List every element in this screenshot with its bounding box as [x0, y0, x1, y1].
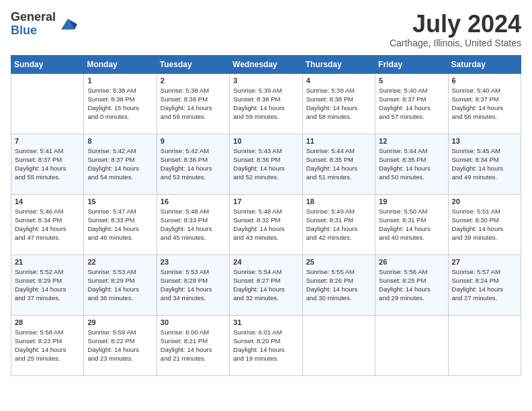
day-number: 18 [306, 197, 371, 205]
column-header-friday: Friday [375, 55, 448, 73]
day-info: Sunrise: 5:58 AM Sunset: 8:23 PM Dayligh… [15, 328, 80, 363]
logo-icon [58, 15, 77, 34]
day-info: Sunrise: 5:39 AM Sunset: 8:38 PM Dayligh… [306, 86, 371, 122]
week-row-3: 14Sunrise: 5:46 AM Sunset: 8:34 PM Dayli… [11, 194, 521, 255]
page-header: General Blue July 2024 Carthage, Illinoi… [11, 11, 521, 48]
week-row-2: 7Sunrise: 5:41 AM Sunset: 8:37 PM Daylig… [11, 134, 521, 194]
calendar-cell: 26Sunrise: 5:56 AM Sunset: 8:25 PM Dayli… [375, 255, 448, 315]
calendar-cell: 6Sunrise: 5:40 AM Sunset: 8:37 PM Daylig… [448, 73, 521, 134]
day-info: Sunrise: 5:40 AM Sunset: 8:37 PM Dayligh… [452, 86, 517, 122]
day-number: 16 [161, 197, 226, 205]
day-number: 29 [87, 318, 152, 326]
day-number: 5 [379, 77, 444, 85]
day-number: 31 [233, 318, 298, 326]
week-row-1: 1Sunrise: 5:38 AM Sunset: 8:38 PM Daylig… [11, 73, 521, 134]
day-number: 15 [87, 197, 152, 205]
day-number: 27 [452, 258, 517, 266]
day-info: Sunrise: 5:43 AM Sunset: 8:36 PM Dayligh… [233, 146, 298, 182]
calendar-cell: 4Sunrise: 5:39 AM Sunset: 8:38 PM Daylig… [302, 73, 375, 134]
calendar-cell: 9Sunrise: 5:42 AM Sunset: 8:36 PM Daylig… [157, 134, 229, 194]
calendar-cell: 20Sunrise: 5:51 AM Sunset: 8:30 PM Dayli… [448, 194, 521, 255]
calendar-cell: 31Sunrise: 6:01 AM Sunset: 8:20 PM Dayli… [230, 315, 302, 375]
day-number: 22 [87, 258, 152, 266]
logo-general-text: General [11, 11, 56, 24]
day-number: 30 [161, 318, 226, 326]
day-number: 12 [379, 137, 444, 145]
calendar-cell: 29Sunrise: 5:59 AM Sunset: 8:22 PM Dayli… [84, 315, 157, 375]
calendar-cell [302, 315, 375, 375]
column-header-monday: Monday [84, 55, 157, 73]
day-info: Sunrise: 5:55 AM Sunset: 8:26 PM Dayligh… [306, 267, 371, 303]
calendar-cell: 2Sunrise: 5:38 AM Sunset: 8:38 PM Daylig… [157, 73, 229, 134]
calendar-cell: 24Sunrise: 5:54 AM Sunset: 8:27 PM Dayli… [230, 255, 302, 315]
day-info: Sunrise: 6:00 AM Sunset: 8:21 PM Dayligh… [161, 328, 226, 363]
calendar-cell: 1Sunrise: 5:38 AM Sunset: 8:38 PM Daylig… [84, 73, 157, 134]
calendar-cell: 14Sunrise: 5:46 AM Sunset: 8:34 PM Dayli… [11, 194, 84, 255]
calendar-cell [448, 315, 521, 375]
day-info: Sunrise: 5:40 AM Sunset: 8:37 PM Dayligh… [379, 86, 444, 122]
calendar-table: SundayMondayTuesdayWednesdayThursdayFrid… [11, 55, 521, 376]
calendar-cell: 16Sunrise: 5:48 AM Sunset: 8:33 PM Dayli… [157, 194, 229, 255]
calendar-cell [11, 73, 84, 134]
day-info: Sunrise: 5:42 AM Sunset: 8:36 PM Dayligh… [161, 146, 226, 182]
calendar-cell: 19Sunrise: 5:50 AM Sunset: 8:31 PM Dayli… [375, 194, 448, 255]
day-number: 19 [379, 197, 444, 205]
calendar-cell: 25Sunrise: 5:55 AM Sunset: 8:26 PM Dayli… [302, 255, 375, 315]
day-info: Sunrise: 5:59 AM Sunset: 8:22 PM Dayligh… [87, 328, 152, 363]
day-info: Sunrise: 5:39 AM Sunset: 8:38 PM Dayligh… [233, 86, 298, 122]
day-info: Sunrise: 5:54 AM Sunset: 8:27 PM Dayligh… [233, 267, 298, 303]
logo: General Blue [11, 11, 77, 38]
title-section: July 2024 Carthage, Illinois, United Sta… [390, 11, 521, 48]
day-info: Sunrise: 5:50 AM Sunset: 8:31 PM Dayligh… [379, 207, 444, 242]
day-info: Sunrise: 5:41 AM Sunset: 8:37 PM Dayligh… [15, 146, 80, 182]
day-number: 21 [15, 258, 80, 266]
calendar-cell: 15Sunrise: 5:47 AM Sunset: 8:33 PM Dayli… [84, 194, 157, 255]
day-info: Sunrise: 5:42 AM Sunset: 8:37 PM Dayligh… [87, 146, 152, 182]
day-info: Sunrise: 5:56 AM Sunset: 8:25 PM Dayligh… [379, 267, 444, 303]
calendar-cell: 5Sunrise: 5:40 AM Sunset: 8:37 PM Daylig… [375, 73, 448, 134]
day-number: 10 [233, 137, 298, 145]
day-info: Sunrise: 5:47 AM Sunset: 8:33 PM Dayligh… [87, 207, 152, 242]
calendar-cell: 13Sunrise: 5:45 AM Sunset: 8:34 PM Dayli… [448, 134, 521, 194]
day-number: 26 [379, 258, 444, 266]
day-number: 25 [306, 258, 371, 266]
day-number: 8 [87, 137, 152, 145]
calendar-cell: 12Sunrise: 5:44 AM Sunset: 8:35 PM Dayli… [375, 134, 448, 194]
column-header-wednesday: Wednesday [230, 55, 302, 73]
calendar-header-row: SundayMondayTuesdayWednesdayThursdayFrid… [11, 55, 521, 73]
calendar-cell: 22Sunrise: 5:53 AM Sunset: 8:29 PM Dayli… [84, 255, 157, 315]
day-number: 23 [161, 258, 226, 266]
day-info: Sunrise: 5:44 AM Sunset: 8:35 PM Dayligh… [306, 146, 371, 182]
column-header-saturday: Saturday [448, 55, 521, 73]
calendar-cell: 23Sunrise: 5:53 AM Sunset: 8:28 PM Dayli… [157, 255, 229, 315]
location-subtitle: Carthage, Illinois, United States [390, 38, 521, 48]
day-number: 3 [233, 77, 298, 85]
column-header-thursday: Thursday [302, 55, 375, 73]
day-number: 20 [452, 197, 517, 205]
day-info: Sunrise: 5:53 AM Sunset: 8:28 PM Dayligh… [161, 267, 226, 303]
day-info: Sunrise: 5:38 AM Sunset: 8:38 PM Dayligh… [87, 86, 152, 122]
day-info: Sunrise: 6:01 AM Sunset: 8:20 PM Dayligh… [233, 328, 298, 363]
day-info: Sunrise: 5:46 AM Sunset: 8:34 PM Dayligh… [15, 207, 80, 242]
calendar-cell: 28Sunrise: 5:58 AM Sunset: 8:23 PM Dayli… [11, 315, 84, 375]
day-number: 7 [15, 137, 80, 145]
day-info: Sunrise: 5:48 AM Sunset: 8:33 PM Dayligh… [161, 207, 226, 242]
day-info: Sunrise: 5:38 AM Sunset: 8:38 PM Dayligh… [161, 86, 226, 122]
day-number: 14 [15, 197, 80, 205]
week-row-5: 28Sunrise: 5:58 AM Sunset: 8:23 PM Dayli… [11, 315, 521, 375]
day-info: Sunrise: 5:52 AM Sunset: 8:29 PM Dayligh… [15, 267, 80, 303]
day-info: Sunrise: 5:48 AM Sunset: 8:32 PM Dayligh… [233, 207, 298, 242]
calendar-cell: 8Sunrise: 5:42 AM Sunset: 8:37 PM Daylig… [84, 134, 157, 194]
day-number: 13 [452, 137, 517, 145]
day-number: 24 [233, 258, 298, 266]
day-number: 6 [452, 77, 517, 85]
day-number: 11 [306, 137, 371, 145]
day-info: Sunrise: 5:45 AM Sunset: 8:34 PM Dayligh… [452, 146, 517, 182]
column-header-tuesday: Tuesday [157, 55, 229, 73]
day-number: 4 [306, 77, 371, 85]
logo-blue-text: Blue [11, 24, 56, 38]
day-number: 9 [161, 137, 226, 145]
calendar-cell: 3Sunrise: 5:39 AM Sunset: 8:38 PM Daylig… [230, 73, 302, 134]
day-info: Sunrise: 5:44 AM Sunset: 8:35 PM Dayligh… [379, 146, 444, 182]
day-number: 2 [161, 77, 226, 85]
